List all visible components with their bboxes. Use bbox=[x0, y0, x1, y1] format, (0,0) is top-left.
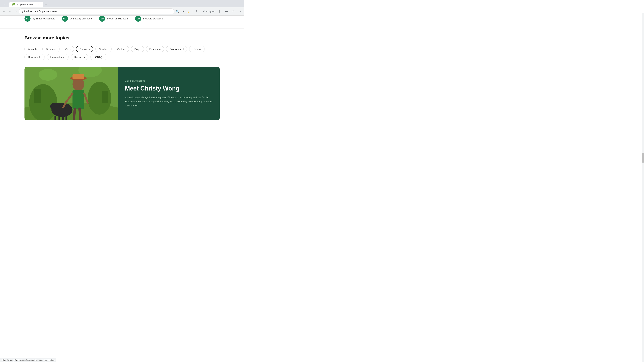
topic-pill-charities[interactable]: Charities bbox=[76, 46, 93, 52]
hero-illustration bbox=[24, 67, 118, 120]
svg-rect-21 bbox=[66, 116, 67, 120]
new-tab-button[interactable]: + bbox=[44, 2, 48, 7]
author-card-4: LD by Laura Donaldson bbox=[135, 15, 164, 22]
svg-rect-20 bbox=[62, 116, 64, 120]
svg-line-13 bbox=[80, 109, 81, 120]
hero-tag: GoFundMe Heroes bbox=[125, 79, 213, 82]
browse-topics-section: Browse more topics AnimalsBusinessCatsCh… bbox=[0, 28, 244, 67]
hero-content: GoFundMe Heroes Meet Christy Wong Animal… bbox=[118, 67, 220, 120]
topic-pill-dogs[interactable]: Dogs bbox=[131, 46, 144, 52]
svg-rect-4 bbox=[34, 89, 41, 103]
author-avatar-2: BC bbox=[62, 15, 68, 22]
toolbar-actions: 🔍 ★ 🧹 ⇩ Incognito ⋮ bbox=[175, 9, 222, 14]
svg-rect-18 bbox=[54, 116, 56, 120]
toolbar-divider2 bbox=[200, 10, 200, 13]
download-button[interactable]: ⇩ bbox=[194, 9, 199, 14]
minimize-button[interactable]: — bbox=[224, 9, 230, 14]
svg-point-2 bbox=[29, 84, 57, 120]
svg-rect-15 bbox=[72, 74, 84, 79]
hero-section: GoFundMe Heroes Meet Christy Wong Animal… bbox=[24, 67, 220, 120]
hero-description: Animals have always been a big part of l… bbox=[125, 95, 213, 108]
address-bar[interactable]: gofundme.com/c/supporter-space bbox=[19, 8, 174, 14]
svg-rect-5 bbox=[102, 91, 108, 103]
forward-button[interactable]: → bbox=[7, 9, 12, 14]
reload-button[interactable]: ↻ bbox=[13, 9, 18, 14]
tab-bar: ‹ 🌿 Supporter Space × + bbox=[0, 0, 244, 7]
tab-favicon: 🌿 bbox=[12, 3, 15, 6]
svg-rect-9 bbox=[72, 90, 84, 109]
author-name-1: by Brittany Chambers bbox=[32, 17, 55, 20]
author-avatar-3: GF bbox=[99, 15, 105, 22]
author-card-1: BC by Brittany Chambers bbox=[24, 15, 55, 22]
svg-point-17 bbox=[50, 103, 60, 110]
topic-pill-holiday[interactable]: Holiday bbox=[189, 46, 204, 52]
url-display: gofundme.com/c/supporter-space bbox=[22, 10, 172, 13]
topic-pill-humanitarian[interactable]: Humanitarian bbox=[47, 54, 69, 60]
topic-pill-children[interactable]: Children bbox=[95, 46, 112, 52]
topics-grid: AnimalsBusinessCatsCharitiesChildrenCult… bbox=[24, 46, 220, 60]
tab-back-button[interactable]: ‹ bbox=[3, 2, 8, 7]
topic-pill-environment[interactable]: Environment bbox=[166, 46, 187, 52]
browser-tab[interactable]: 🌿 Supporter Space × bbox=[10, 2, 43, 7]
topic-pill-animals[interactable]: Animals bbox=[24, 46, 40, 52]
nav-buttons: ← → ↻ bbox=[1, 9, 18, 14]
search-button[interactable]: 🔍 bbox=[175, 9, 180, 14]
browser-chrome: ‹ 🌿 Supporter Space × + ← → ↻ gofundme.c… bbox=[0, 0, 244, 15]
bookmark-button[interactable]: ★ bbox=[180, 9, 186, 14]
author-card-3: GF by GoFundMe Team bbox=[99, 15, 128, 22]
topic-pill-cats[interactable]: Cats bbox=[62, 46, 74, 52]
author-cards-section: BC by Brittany Chambers BC by Brittany C… bbox=[0, 15, 244, 28]
incognito-button[interactable]: Incognito bbox=[202, 9, 216, 14]
author-card-2: BC by Brittany Chambers bbox=[62, 15, 92, 22]
tab-close-button[interactable]: × bbox=[38, 3, 40, 6]
browse-title: Browse more topics bbox=[24, 35, 220, 40]
browser-toolbar: ← → ↻ gofundme.com/c/supporter-space 🔍 ★… bbox=[0, 7, 244, 15]
close-window-button[interactable]: ✕ bbox=[238, 9, 243, 14]
maximize-button[interactable]: □ bbox=[231, 9, 236, 14]
author-name-2: by Brittany Chambers bbox=[70, 17, 92, 20]
back-button[interactable]: ← bbox=[1, 9, 7, 14]
topic-pill-culture[interactable]: Culture bbox=[114, 46, 129, 52]
author-name-4: by Laura Donaldson bbox=[143, 17, 164, 20]
topic-pill-kindness[interactable]: Kindness bbox=[71, 54, 88, 60]
author-avatar-4: LD bbox=[135, 15, 141, 22]
svg-rect-19 bbox=[58, 116, 60, 120]
topic-pill-business[interactable]: Business bbox=[42, 46, 60, 52]
topic-pill-lgbtq[interactable]: LGBTQ+ bbox=[90, 54, 107, 60]
tab-navigation: ‹ bbox=[1, 1, 9, 7]
svg-line-12 bbox=[74, 109, 75, 120]
incognito-label: Incognito bbox=[206, 10, 215, 13]
hero-image bbox=[24, 67, 118, 120]
hero-title: Meet Christy Wong bbox=[125, 85, 213, 92]
author-name-3: by GoFundMe Team bbox=[107, 17, 128, 20]
tab-title: Supporter Space bbox=[16, 3, 36, 6]
author-avatar-1: BC bbox=[24, 15, 30, 22]
topic-pill-how-to-help[interactable]: How to help bbox=[24, 54, 45, 60]
svg-point-6 bbox=[38, 69, 57, 81]
page-content: BC by Brittany Chambers BC by Brittany C… bbox=[0, 15, 244, 120]
topic-pill-education[interactable]: Education bbox=[146, 46, 164, 52]
menu-button[interactable]: ⋮ bbox=[217, 9, 222, 14]
extensions-button[interactable]: 🧹 bbox=[186, 9, 192, 14]
